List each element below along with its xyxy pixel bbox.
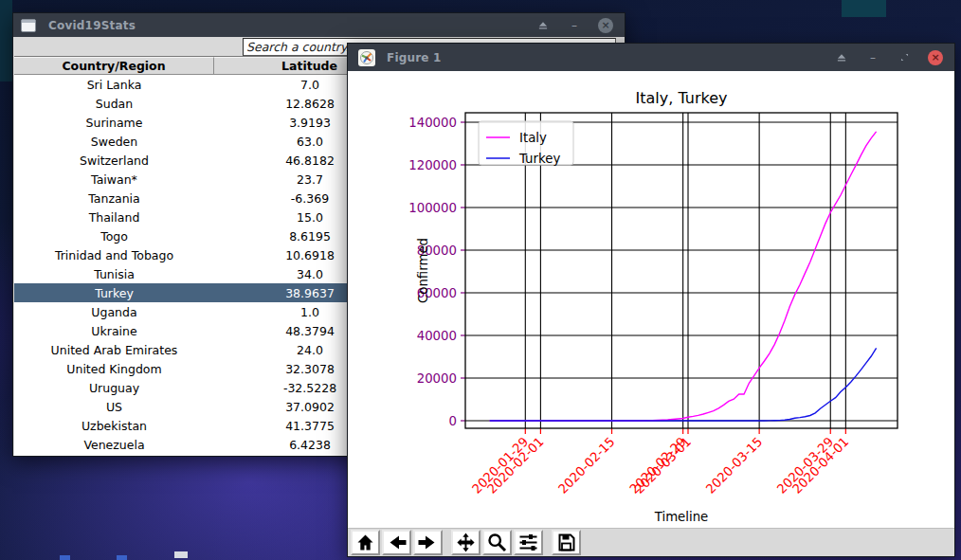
shade-icon[interactable] — [834, 50, 849, 65]
desktop-teal-corner — [0, 0, 12, 81]
desktop-speck-blue-1 — [60, 555, 70, 560]
figure1-title: Figure 1 — [387, 51, 442, 64]
country-cell: Uganda — [14, 302, 214, 321]
subplots-icon — [518, 533, 538, 552]
figure-canvas-svg: 0200004000060000800001000001200001400002… — [348, 71, 954, 528]
back-icon — [387, 533, 407, 552]
desktop: Covid19Stats – × Country/Region Latitude… — [0, 0, 961, 560]
country-cell: Uruguay — [14, 378, 214, 397]
y-tick-label: 120000 — [408, 158, 457, 172]
grid-lines: 0200004000060000800001000001200001400002… — [408, 113, 898, 497]
resize-icon[interactable] — [897, 50, 912, 65]
app-window-icon — [21, 19, 36, 32]
toolbar-save-button[interactable] — [552, 530, 581, 555]
zoom-icon — [487, 533, 507, 552]
country-cell: Uzbekistan — [14, 416, 214, 435]
y-tick-label: 20000 — [417, 371, 457, 386]
mpl-toolbar — [348, 528, 954, 556]
x-axis-label: Timeline — [654, 510, 709, 524]
close-icon[interactable]: × — [598, 18, 613, 33]
figure-canvas[interactable]: 0200004000060000800001000001200001400002… — [348, 71, 954, 528]
country-cell: Ukraine — [14, 321, 214, 340]
country-cell: Suriname — [14, 113, 214, 132]
country-cell: Venezuela — [14, 435, 214, 454]
x-tick-label: 2020-03-01 — [632, 435, 694, 497]
desktop-speck-blue-2 — [117, 555, 127, 560]
legend-label: Turkey — [518, 152, 560, 166]
country-cell: Thailand — [14, 208, 214, 226]
toolbar-forward-button[interactable] — [413, 530, 443, 555]
toolbar-home-button[interactable] — [351, 530, 380, 555]
pan-icon — [456, 533, 476, 552]
country-cell: United Arab Emirates — [14, 340, 214, 359]
y-axis-label: Confirmed — [416, 238, 430, 303]
chart-title: Italy, Turkey — [636, 89, 728, 107]
legend: ItalyTurkey — [479, 121, 573, 166]
covid19stats-title: Covid19Stats — [48, 19, 136, 32]
matplotlib-icon — [358, 49, 375, 66]
home-icon — [355, 533, 375, 552]
minimize-icon[interactable]: – — [567, 18, 582, 33]
country-cell: Sudan — [14, 94, 214, 113]
toolbar-back-button[interactable] — [382, 530, 411, 555]
minimize-icon[interactable]: – — [865, 50, 880, 65]
country-cell: Togo — [14, 226, 214, 245]
country-cell: Turkey — [14, 283, 214, 302]
country-cell: Sri Lanka — [14, 75, 214, 94]
toolbar-zoom-button[interactable] — [482, 530, 512, 555]
country-cell: Tunisia — [14, 264, 214, 283]
y-tick-label: 0 — [449, 414, 457, 428]
y-tick-label: 140000 — [408, 116, 457, 130]
figure1-window: Figure 1 – × 020000400006000080000100000… — [347, 43, 955, 557]
close-icon[interactable]: × — [928, 50, 943, 65]
legend-label: Italy — [519, 131, 547, 145]
desktop-teal-box — [842, 0, 886, 17]
column-header-country[interactable]: Country/Region — [14, 57, 214, 75]
desktop-speck-white — [174, 551, 188, 558]
save-icon — [556, 533, 576, 552]
forward-icon — [418, 533, 438, 552]
toolbar-subplots-button[interactable] — [514, 530, 543, 555]
x-tick-label: 2020-02-15 — [555, 435, 617, 497]
country-cell: Trinidad and Tobago — [14, 245, 214, 264]
shade-icon[interactable] — [535, 18, 551, 33]
country-cell: Tanzania — [14, 189, 214, 208]
y-tick-label: 100000 — [408, 201, 457, 215]
covid19stats-titlebar[interactable]: Covid19Stats – × — [13, 13, 625, 37]
y-tick-label: 40000 — [417, 329, 457, 343]
toolbar-pan-button[interactable] — [451, 530, 480, 555]
country-cell: US — [14, 397, 214, 416]
figure1-titlebar[interactable]: Figure 1 – × — [348, 44, 954, 71]
x-tick-label: 2020-03-15 — [703, 435, 765, 497]
country-cell: Switzerland — [14, 151, 214, 170]
country-cell: Taiwan* — [14, 170, 214, 189]
country-cell: Sweden — [14, 132, 214, 151]
country-cell: United Kingdom — [14, 359, 214, 378]
